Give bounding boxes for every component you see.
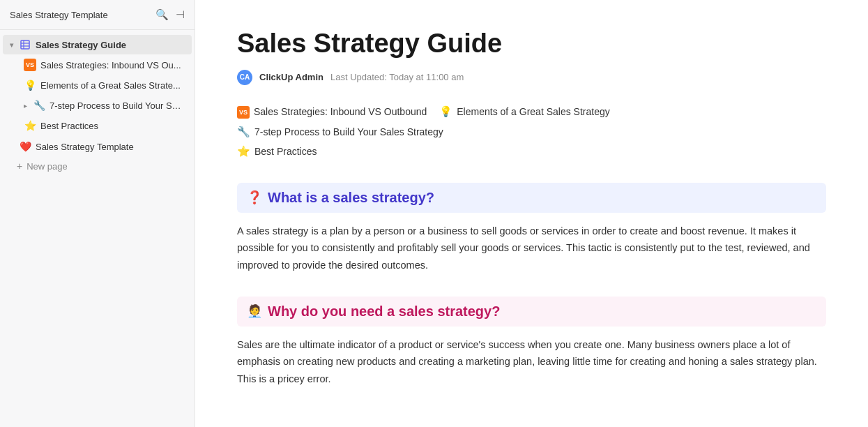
sidebar-nav: ▾ Sales Strategy Guide VS Sales Strategi… [0, 30, 195, 180]
author-name: ClickUp Admin [259, 72, 323, 82]
sidebar-item-label: Sales Strategy Guide [36, 40, 185, 50]
plus-icon: + [17, 160, 22, 172]
table-icon [19, 38, 31, 51]
link-inbound-vs-outbound[interactable]: VS Sales Strategies: Inbound VS Outbound [237, 105, 427, 119]
sidebar-item-label: 7-step Process to Build Your Sal... [50, 100, 185, 111]
sidebar: Sales Strategy Template 🔍 ⊣ ▾ Sales Stra… [0, 0, 195, 427]
link-label: Elements of a Great Sales Strategy [457, 106, 609, 117]
sidebar-item-7step[interactable]: ▸ 🔧 7-step Process to Build Your Sal... [3, 96, 192, 115]
link-label: Sales Strategies: Inbound VS Outbound [254, 106, 427, 117]
tools-icon: 🔧 [33, 99, 45, 112]
svg-rect-0 [21, 40, 29, 49]
section-body-why-need: Sales are the ultimate indicator of a pr… [237, 336, 826, 388]
section-heading-what-is: ❓ What is a sales strategy? [237, 183, 826, 213]
sidebar-item-sales-strategy-template[interactable]: ▸ ❤️ Sales Strategy Template [3, 137, 192, 156]
sidebar-item-label: Sales Strategies: Inbound VS Ou... [40, 60, 185, 70]
new-page-label: New page [26, 161, 68, 172]
sidebar-item-label: Elements of a Great Sales Strate... [40, 80, 185, 91]
star-link-icon: ⭐ [237, 145, 250, 158]
link-best-practices[interactable]: ⭐ Best Practices [237, 145, 317, 158]
search-icon[interactable]: 🔍 [155, 8, 169, 21]
new-page-button[interactable]: + New page [3, 157, 192, 175]
sidebar-item-elements[interactable]: 💡 Elements of a Great Sales Strate... [3, 75, 192, 95]
question-icon: ❓ [247, 190, 262, 205]
tools-link-icon: 🔧 [237, 126, 250, 138]
link-label: Best Practices [254, 146, 317, 157]
sidebar-item-label: Best Practices [40, 121, 185, 131]
sidebar-item-best-practices[interactable]: ⭐ Best Practices [3, 116, 192, 135]
star-icon: ⭐ [24, 119, 36, 132]
link-label: 7-step Process to Build Your Sales Strat… [254, 126, 443, 137]
page-title: Sales Strategy Guide [237, 28, 826, 60]
section-heading-why-need: 🧑‍💼 Why do you need a sales strategy? [237, 297, 826, 327]
sidebar-title: Sales Strategy Template [10, 10, 108, 20]
chevron-down-icon: ▾ [10, 41, 13, 49]
bulb-link-icon: 💡 [439, 105, 452, 118]
bulb-icon: 💡 [24, 79, 36, 91]
sidebar-item-label: Sales Strategy Template [36, 142, 185, 152]
link-7step[interactable]: 🔧 7-step Process to Build Your Sales Str… [237, 126, 826, 138]
sidebar-item-sales-strategy-guide[interactable]: ▾ Sales Strategy Guide [3, 35, 192, 54]
sidebar-header-actions: 🔍 ⊣ [155, 8, 185, 21]
person-icon: 🧑‍💼 [247, 304, 262, 319]
section-body-what-is: A sales strategy is a plan by a person o… [237, 223, 826, 274]
doc-meta: CA ClickUp Admin Last Updated: Today at … [237, 70, 826, 85]
last-updated: Last Updated: Today at 11:00 am [330, 72, 464, 82]
collapse-icon[interactable]: ⊣ [176, 8, 185, 21]
sidebar-item-inbound-vs-outbound[interactable]: VS Sales Strategies: Inbound VS Ou... [3, 55, 192, 75]
vs-icon: VS [24, 59, 36, 71]
vs-link-icon: VS [237, 105, 250, 119]
heart-icon: ❤️ [19, 140, 31, 153]
section-title: Why do you need a sales strategy? [268, 304, 500, 320]
sidebar-header: Sales Strategy Template 🔍 ⊣ [0, 0, 195, 30]
main-content: Sales Strategy Guide CA ClickUp Admin La… [195, 0, 868, 427]
link-elements[interactable]: 💡 Elements of a Great Sales Strategy [439, 105, 609, 119]
section-title: What is a sales strategy? [268, 190, 434, 206]
chevron-right-icon: ▸ [24, 102, 27, 110]
avatar: CA [237, 70, 252, 85]
doc-links: VS Sales Strategies: Inbound VS Outbound… [237, 105, 826, 158]
